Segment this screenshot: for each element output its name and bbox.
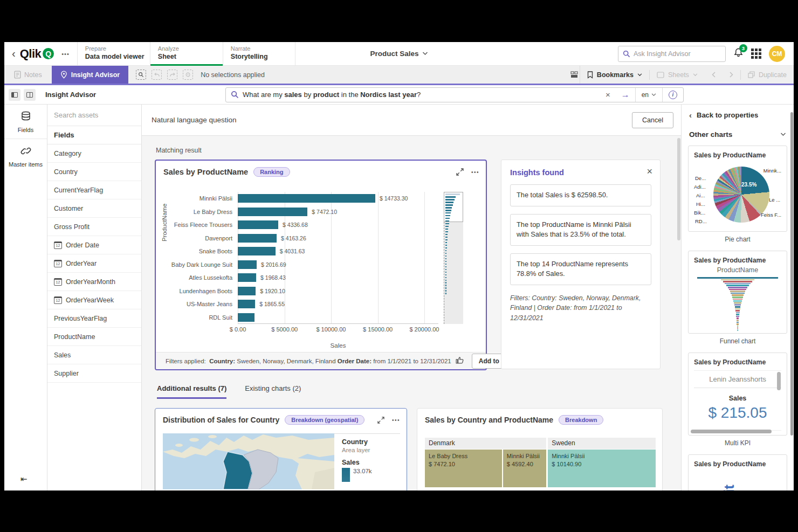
kpi-vertical-scrollbar[interactable] xyxy=(777,372,781,390)
back-icon[interactable]: ‹ xyxy=(4,47,20,60)
back-to-properties-button[interactable]: ‹ Back to properties xyxy=(682,105,794,125)
bar[interactable] xyxy=(238,260,257,269)
matching-result-chart-card[interactable]: Sales by ProductName Ranking ••• Product… xyxy=(155,160,487,370)
bar-label: Le Baby Dress xyxy=(156,205,232,219)
other-charts-header[interactable]: Other charts xyxy=(682,125,794,143)
properties-panel-scrollbar[interactable] xyxy=(790,112,793,436)
field-item[interactable]: 12OrderYear xyxy=(47,254,141,273)
cancel-button[interactable]: Cancel xyxy=(632,112,673,128)
thumbs-up-icon[interactable] xyxy=(456,356,464,366)
calendar-icon: 12 xyxy=(54,241,62,249)
wordcloud-chart-card[interactable]: Sales by ProductName ots Suit Ca T xyxy=(688,454,787,490)
rail-item-master-items[interactable]: Master items xyxy=(4,139,47,173)
field-item[interactable]: PreviousYearFlag xyxy=(47,309,141,328)
toggle-right-panel-icon[interactable] xyxy=(24,89,36,101)
bar[interactable] xyxy=(238,208,307,216)
asset-search-box[interactable] xyxy=(47,105,141,126)
map-preview[interactable] xyxy=(163,433,334,489)
qlik-logo[interactable]: Qlik Q xyxy=(20,47,60,61)
notifications-button[interactable]: 3 xyxy=(733,47,744,60)
clear-query-icon[interactable]: × xyxy=(600,90,616,99)
funnel-chart-card[interactable]: Sales by ProductName ProductName xyxy=(688,251,787,334)
field-item[interactable]: Customer xyxy=(47,199,141,218)
toggle-left-panel-icon[interactable] xyxy=(9,89,20,101)
bookmarks-button[interactable]: Bookmarks xyxy=(580,66,649,84)
bar-label: Atles Lussekofta xyxy=(156,271,232,285)
bar[interactable] xyxy=(238,287,256,295)
tab-narrate[interactable]: Narrate Storytelling xyxy=(223,42,295,65)
kpi-preview: Lenin Jeansshorts Sales $ 215.05 xyxy=(694,370,781,431)
undo-selection-icon[interactable] xyxy=(152,70,162,80)
map-card-title: Distribution of Sales for Country xyxy=(163,416,279,424)
map-result-card[interactable]: Distribution of Sales for Country Breakd… xyxy=(155,408,407,490)
bookmark-icon xyxy=(587,71,593,79)
more-options-icon[interactable]: ••• xyxy=(471,169,479,175)
nlq-input-box[interactable]: What are my sales by product in the Nord… xyxy=(225,87,684,102)
field-item[interactable]: ProductName xyxy=(47,328,141,346)
expand-icon[interactable] xyxy=(456,168,464,176)
pie-chart-card[interactable]: Sales by ProductName 23.5% De... Adi... … xyxy=(688,146,787,232)
treemap-cell[interactable]: Minnki Pälsii$ 10140.90 xyxy=(548,450,656,487)
expand-icon[interactable] xyxy=(377,417,384,424)
avatar[interactable]: CM xyxy=(769,46,785,62)
bar[interactable] xyxy=(238,234,277,243)
bar[interactable] xyxy=(238,247,276,255)
bar-row: Snake Boots$ 4031.63 xyxy=(238,245,438,258)
overflow-menu-icon[interactable]: ••• xyxy=(59,51,77,57)
language-dropdown[interactable]: en xyxy=(635,88,662,102)
treemap-result-card[interactable]: Sales by Country and ProductName Breakdo… xyxy=(417,408,663,490)
app-title-dropdown[interactable]: Product Sales xyxy=(370,50,428,58)
field-item[interactable]: Category xyxy=(47,144,141,163)
field-item[interactable]: 12OrderYearMonth xyxy=(47,273,141,291)
search-input[interactable] xyxy=(634,50,714,58)
treemap-cell[interactable]: Le Baby Dress$ 7472.10 xyxy=(425,450,502,487)
fields-group-header[interactable]: Fields xyxy=(47,126,141,144)
kpi-horizontal-scrollbar[interactable] xyxy=(691,430,772,433)
field-item[interactable]: Sales xyxy=(47,346,141,364)
chart-mini-navigator[interactable] xyxy=(444,192,463,324)
tab-existing-charts[interactable]: Existing charts (2) xyxy=(245,384,301,399)
tab-additional-results[interactable]: Additional results (7) xyxy=(157,384,226,399)
tab-analyze[interactable]: Analyze Sheet xyxy=(150,42,223,65)
bar[interactable] xyxy=(238,313,254,322)
collapse-panel-icon[interactable]: ⇤ xyxy=(20,474,27,484)
close-icon[interactable]: × xyxy=(646,167,652,176)
duplicate-button[interactable]: Duplicate xyxy=(741,66,794,84)
sheet-grid-icon[interactable] xyxy=(569,70,580,80)
field-item[interactable]: CurrentYearFlag xyxy=(47,181,141,199)
treemap-cell[interactable]: Minnki Pälsii$ 4592.40 xyxy=(503,450,546,487)
main-scrollbar[interactable] xyxy=(677,138,680,240)
bar[interactable] xyxy=(238,273,256,282)
field-item[interactable]: 12Order Date xyxy=(47,236,141,254)
x-tick: $ 10000.00 xyxy=(316,326,346,333)
sheets-button[interactable]: Sheets xyxy=(650,66,705,84)
bar[interactable] xyxy=(238,220,278,229)
nlq-query-text[interactable]: What are my sales by product in the Nord… xyxy=(243,91,600,99)
field-item[interactable]: Country xyxy=(47,163,141,181)
bar[interactable] xyxy=(238,300,255,308)
pie-chart-caption: Pie chart xyxy=(688,236,787,243)
more-options-icon[interactable]: ••• xyxy=(392,417,400,423)
info-button[interactable]: i xyxy=(662,88,683,102)
next-sheet-button[interactable] xyxy=(723,66,740,84)
smart-search-icon[interactable] xyxy=(136,70,146,80)
field-item[interactable]: Gross Profit xyxy=(47,218,141,236)
tab-prepare[interactable]: Prepare Data model viewer xyxy=(77,42,150,65)
field-item[interactable]: Supplier xyxy=(47,364,141,383)
insight-advisor-button[interactable]: Insight Advisor xyxy=(52,66,129,84)
multi-kpi-card[interactable]: Sales by ProductName Lenin Jeansshorts S… xyxy=(688,353,787,436)
redo-selection-icon[interactable] xyxy=(167,70,177,80)
pie-label: Hi... xyxy=(696,201,705,207)
rail-item-fields[interactable]: Fields xyxy=(4,105,47,139)
prev-sheet-button[interactable] xyxy=(705,66,723,84)
pie-label: Minnk... xyxy=(763,168,781,174)
field-item[interactable]: 12OrderYearWeek xyxy=(47,291,141,309)
submit-query-icon[interactable]: → xyxy=(616,90,635,100)
ask-insight-advisor-search[interactable] xyxy=(618,46,726,62)
notes-button[interactable]: Notes xyxy=(4,66,52,84)
clear-selections-icon[interactable] xyxy=(183,70,193,80)
asset-search-input[interactable] xyxy=(54,111,135,119)
app-launcher-icon[interactable] xyxy=(751,49,761,59)
bar[interactable] xyxy=(238,194,375,203)
bar-value: $ 2016.69 xyxy=(261,258,286,272)
